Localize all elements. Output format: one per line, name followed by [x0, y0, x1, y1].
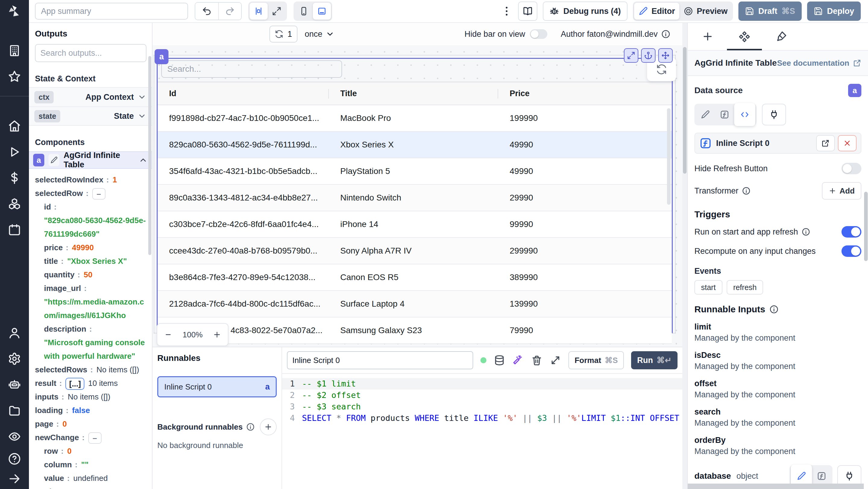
- expand-component-button[interactable]: [624, 48, 638, 63]
- output-tree-row[interactable]: id:"829ca080-5630-4562-9d5e-7611199dc669…: [35, 200, 146, 241]
- output-tree-row[interactable]: selectedRowIndex:1: [35, 173, 146, 187]
- info-icon[interactable]: [802, 227, 810, 236]
- search-outputs-input[interactable]: [35, 44, 147, 62]
- runnable-item-inline-script-0[interactable]: Inline Script 0 a: [157, 376, 277, 397]
- table-row[interactable]: 4c83-8022-5e70a07a2...Samsung Galaxy S23…: [158, 317, 672, 344]
- add-transformer-button[interactable]: Add: [822, 182, 861, 200]
- variables-icon[interactable]: [8, 171, 21, 184]
- table-row[interactable]: 2128adca-7fc6-44bd-800c-dc115df6ac...Sur…: [158, 291, 672, 317]
- output-tree-row[interactable]: selectedRows:No items ([]): [35, 363, 146, 376]
- info-icon[interactable]: [661, 30, 670, 39]
- table-row[interactable]: 829ca080-5630-4562-9d5e-7611199d...Xbox …: [158, 132, 672, 158]
- mobile-view-button[interactable]: [295, 3, 313, 20]
- zoom-out-button[interactable]: [157, 324, 179, 345]
- code-line[interactable]: 1-- $1 limit: [282, 378, 682, 390]
- undo-button[interactable]: [195, 3, 218, 20]
- run-button[interactable]: Run ⌘↵: [631, 351, 678, 369]
- audit-logs-icon[interactable]: [8, 430, 21, 443]
- table-search-input[interactable]: [161, 60, 342, 78]
- component-output-header[interactable]: a AgGrid Infinite Table: [29, 151, 152, 169]
- database-icon[interactable]: [494, 355, 505, 366]
- editor-tab[interactable]: Editor: [634, 3, 679, 20]
- template-button[interactable]: [812, 466, 831, 486]
- output-tree-row[interactable]: selectedRow:–: [35, 187, 146, 200]
- collapse-nav-icon[interactable]: [8, 472, 21, 485]
- event-chip-refresh[interactable]: refresh: [727, 280, 764, 295]
- connect-button[interactable]: [762, 104, 786, 125]
- refresh-count-button[interactable]: 1: [270, 26, 298, 42]
- expand-editor-icon[interactable]: [550, 355, 561, 366]
- sql-code-editor[interactable]: 1-- $1 limit2-- $2 offset3-- $3 search4S…: [282, 374, 682, 489]
- table-row[interactable]: 89c0a336-1343-4812-ac34-e4bb8e27...Ninte…: [158, 185, 672, 211]
- output-tree-row[interactable]: value:undefined: [35, 471, 146, 485]
- centered-layout-button[interactable]: [250, 3, 268, 20]
- delete-script-icon[interactable]: [531, 355, 542, 366]
- code-line[interactable]: 3-- $3 search: [282, 401, 682, 412]
- table-row[interactable]: b3e864c8-7fe3-4270-89e9-54c12038...Canon…: [158, 265, 672, 291]
- see-documentation-link[interactable]: See documentation: [777, 59, 861, 68]
- info-icon[interactable]: [246, 423, 255, 431]
- desktop-view-button[interactable]: [313, 3, 331, 20]
- schedule-dropdown[interactable]: once: [305, 30, 335, 39]
- event-chip-start[interactable]: start: [694, 280, 722, 295]
- zoom-in-button[interactable]: [206, 324, 228, 345]
- rename-component-button[interactable]: [49, 154, 59, 166]
- table-header-title[interactable]: Title: [329, 82, 498, 104]
- output-tree-row[interactable]: result:[...]10 items: [35, 376, 146, 390]
- add-background-runnable-button[interactable]: [260, 419, 277, 435]
- component-id-badge[interactable]: a: [155, 49, 168, 64]
- table-row[interactable]: ccee43dc-27e0-40a8-b768-b09579b0...Sony …: [158, 238, 672, 265]
- output-tree-row[interactable]: loading:false: [35, 404, 146, 417]
- table-header-price[interactable]: Price: [498, 82, 672, 104]
- open-script-button[interactable]: [816, 135, 835, 151]
- output-tree-row[interactable]: column:"": [35, 458, 146, 471]
- collapse-toggle[interactable]: –: [92, 188, 105, 200]
- favorites-icon[interactable]: [8, 70, 21, 83]
- table-header-id[interactable]: Id: [158, 82, 329, 104]
- fullscreen-layout-button[interactable]: [268, 3, 286, 20]
- trigger-toggle[interactable]: [841, 226, 861, 238]
- move-component-button[interactable]: [658, 48, 673, 63]
- context-row-state[interactable]: stateState: [29, 106, 152, 126]
- output-tree-row[interactable]: page:0: [35, 417, 146, 431]
- remove-script-button[interactable]: [838, 135, 857, 151]
- docs-button[interactable]: [518, 1, 537, 21]
- settings-horizontal-scrollbar[interactable]: [688, 484, 864, 489]
- script-name-input[interactable]: [287, 351, 473, 369]
- eval-code-button[interactable]: [734, 103, 755, 126]
- windmill-logo-icon[interactable]: [8, 4, 21, 18]
- help-icon[interactable]: [8, 452, 21, 465]
- collapse-toggle[interactable]: –: [88, 432, 101, 444]
- template-button[interactable]: [715, 105, 734, 124]
- component-settings-tab[interactable]: [738, 30, 750, 42]
- code-line[interactable]: 4SELECT * FROM products WHERE title ILIK…: [282, 412, 682, 424]
- expand-array-button[interactable]: [...]: [65, 378, 84, 390]
- workspace-icon[interactable]: [8, 44, 21, 57]
- code-line[interactable]: 2-- $2 offset: [282, 390, 682, 401]
- output-tree-row[interactable]: inputs:No items ([]): [35, 390, 146, 404]
- canvas-scrollbar[interactable]: [682, 23, 687, 489]
- runs-icon[interactable]: [8, 145, 21, 159]
- static-value-button[interactable]: [695, 105, 715, 124]
- app-summary-input[interactable]: [35, 3, 188, 20]
- redo-button[interactable]: [218, 3, 241, 20]
- folders-icon[interactable]: [8, 404, 21, 417]
- output-tree-row[interactable]: ready:true: [35, 485, 146, 489]
- output-tree-row[interactable]: description:"Microsoft gaming console wi…: [35, 322, 146, 363]
- table-scrollbar[interactable]: [667, 108, 671, 205]
- resources-icon[interactable]: [8, 197, 21, 210]
- styling-tab[interactable]: [775, 30, 787, 42]
- app-canvas[interactable]: a IdTitlePrice f991898d-cb27-4ac7-b10c-0…: [153, 45, 682, 347]
- format-button[interactable]: Format ⌘S: [568, 351, 624, 369]
- output-tree-row[interactable]: newChange:–: [35, 431, 146, 445]
- output-tree-row[interactable]: image_url:"https://m.media-amazon.com/im…: [35, 282, 146, 322]
- table-row[interactable]: f991898d-cb27-4ac7-b10c-0b9050ce1...MacB…: [158, 105, 672, 132]
- workers-icon[interactable]: [8, 378, 21, 391]
- preview-tab[interactable]: Preview: [679, 3, 732, 20]
- deploy-button[interactable]: Deploy: [807, 1, 861, 21]
- draft-button[interactable]: Draft ⌘S: [738, 1, 802, 21]
- ai-wand-icon[interactable]: [513, 355, 524, 366]
- outputs-scrollbar[interactable]: [148, 56, 151, 255]
- info-icon[interactable]: [770, 305, 778, 314]
- info-icon[interactable]: [742, 187, 750, 195]
